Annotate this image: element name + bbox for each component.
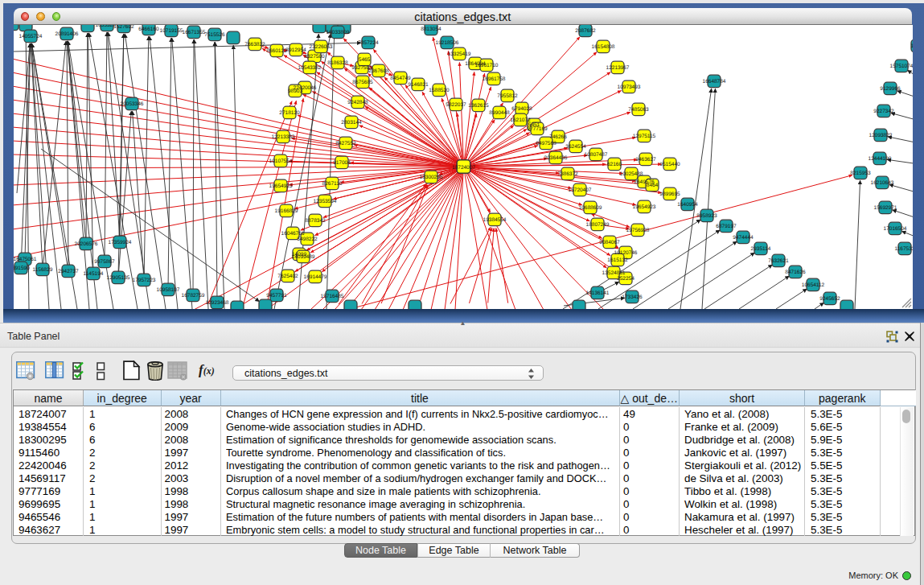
svg-text:19756928: 19756928 <box>626 228 649 233</box>
svg-text:13325419: 13325419 <box>447 51 470 57</box>
svg-text:9245652: 9245652 <box>819 296 840 302</box>
svg-text:17016504: 17016504 <box>883 226 906 232</box>
svg-text:8958923: 8958923 <box>696 213 717 219</box>
svg-text:5822037: 5822037 <box>446 102 466 108</box>
svg-text:8675685: 8675685 <box>352 80 373 85</box>
svg-text:19384554: 19384554 <box>483 217 506 223</box>
svg-text:2367608: 2367608 <box>368 68 389 74</box>
svg-text:9129966: 9129966 <box>880 86 901 92</box>
svg-text:1362615: 1362615 <box>468 103 489 109</box>
svg-text:17957223: 17957223 <box>132 278 155 283</box>
svg-text:8427552: 8427552 <box>335 141 356 146</box>
svg-text:1588520: 1588520 <box>429 88 450 93</box>
svg-text:9975867: 9975867 <box>94 259 115 265</box>
svg-text:2087682: 2087682 <box>575 28 596 34</box>
svg-text:7625402: 7625402 <box>277 274 298 279</box>
svg-text:10107554: 10107554 <box>269 159 292 164</box>
svg-text:16154808: 16154808 <box>591 44 614 50</box>
svg-text:98903: 98903 <box>287 89 302 94</box>
svg-text:18807249: 18807249 <box>585 222 609 228</box>
svg-text:9515440: 9515440 <box>659 162 680 167</box>
svg-text:6794028: 6794028 <box>511 106 532 112</box>
svg-text:6497568: 6497568 <box>536 141 556 146</box>
svg-text:12213967: 12213967 <box>606 65 629 71</box>
svg-text:1167533: 1167533 <box>894 246 912 252</box>
svg-text:16033809: 16033809 <box>326 30 349 35</box>
svg-text:12923468: 12923468 <box>205 300 228 306</box>
svg-text:8464: 8464 <box>646 183 658 188</box>
svg-text:13524861: 13524861 <box>602 270 625 276</box>
svg-text:12975115: 12975115 <box>632 134 655 139</box>
svg-text:16914479: 16914479 <box>303 274 326 280</box>
svg-text:18300295: 18300295 <box>419 175 442 180</box>
svg-text:10719155: 10719155 <box>159 28 183 34</box>
svg-text:6879197: 6879197 <box>716 224 737 229</box>
svg-text:7515526: 7515526 <box>204 32 225 38</box>
svg-text:9242848: 9242848 <box>347 100 368 105</box>
svg-text:16648784: 16648784 <box>702 79 725 84</box>
svg-text:19654923: 19654923 <box>632 204 655 210</box>
svg-text:18724007: 18724007 <box>452 165 475 171</box>
svg-text:17359924: 17359924 <box>108 240 131 245</box>
svg-text:12213382: 12213382 <box>271 134 294 140</box>
svg-text:9463627: 9463627 <box>635 157 656 163</box>
svg-text:16046766: 16046766 <box>281 231 304 237</box>
svg-text:2942737: 2942737 <box>58 269 79 274</box>
svg-text:9227342: 9227342 <box>873 109 894 114</box>
svg-text:8878342: 8878342 <box>305 218 326 224</box>
svg-text:10807487: 10807487 <box>584 152 607 158</box>
svg-text:1733426: 1733426 <box>622 295 643 300</box>
svg-text:2718120: 2718120 <box>279 110 300 116</box>
svg-text:8660123: 8660123 <box>266 48 287 54</box>
svg-text:7485063: 7485063 <box>628 107 649 113</box>
svg-text:15751074: 15751074 <box>889 64 912 69</box>
svg-text:917004: 917004 <box>333 160 351 166</box>
svg-text:5498222: 5498222 <box>297 237 318 242</box>
svg-text:20053346: 20053346 <box>120 101 143 107</box>
svg-text:20206576: 20206576 <box>74 241 97 247</box>
svg-text:9084067: 9084067 <box>599 240 620 245</box>
svg-text:10688609: 10688609 <box>578 205 602 211</box>
svg-text:16782759: 16782759 <box>181 293 204 299</box>
svg-text:16210643: 16210643 <box>870 180 893 186</box>
svg-text:12353594: 12353594 <box>313 199 336 204</box>
svg-text:7632621: 7632621 <box>768 258 789 264</box>
svg-text:20364436: 20364436 <box>544 155 567 161</box>
svg-text:6466160: 6466160 <box>138 27 159 32</box>
svg-text:2935114: 2935114 <box>750 246 770 252</box>
svg-text:8912954: 8912954 <box>285 47 306 53</box>
svg-text:15716485: 15716485 <box>320 294 343 299</box>
svg-text:10973493: 10973493 <box>617 84 640 90</box>
svg-text:20891406: 20891406 <box>55 31 78 37</box>
svg-text:9146821: 9146821 <box>408 82 429 88</box>
svg-text:9899695: 9899695 <box>659 192 680 197</box>
svg-text:8215953: 8215953 <box>850 171 871 176</box>
svg-text:8454749: 8454749 <box>390 76 411 81</box>
svg-text:1640954: 1640954 <box>677 202 698 208</box>
svg-text:391590: 391590 <box>14 266 30 271</box>
svg-text:19166829: 19166829 <box>274 208 298 214</box>
svg-text:11123: 11123 <box>910 43 913 49</box>
svg-text:7663822: 7663822 <box>244 42 265 47</box>
svg-text:12444190: 12444190 <box>868 156 891 162</box>
svg-text:7857224: 7857224 <box>358 40 379 46</box>
svg-text:7955812: 7955812 <box>497 93 518 99</box>
svg-text:15720407: 15720407 <box>568 187 591 193</box>
svg-text:1156829: 1156829 <box>32 267 52 273</box>
svg-text:746266: 746266 <box>549 134 567 140</box>
svg-text:9327500: 9327500 <box>304 54 325 60</box>
svg-text:1615132: 1615132 <box>607 257 628 263</box>
svg-text:8990448: 8990448 <box>489 110 510 116</box>
svg-text:8267110: 8267110 <box>322 181 342 187</box>
svg-text:12905135: 12905135 <box>106 275 129 281</box>
svg-text:15692971: 15692971 <box>873 205 897 211</box>
svg-text:7386372: 7386372 <box>557 171 578 177</box>
svg-text:8813054: 8813054 <box>421 27 441 32</box>
svg-text:3624554: 3624554 <box>565 144 586 150</box>
svg-text:19218506: 19218506 <box>435 40 458 46</box>
svg-text:12093822: 12093822 <box>869 133 892 138</box>
svg-text:16475061: 16475061 <box>14 257 37 262</box>
svg-text:1145194: 1145194 <box>83 271 103 277</box>
svg-text:10543382: 10543382 <box>298 65 321 71</box>
svg-text:8186328: 8186328 <box>327 60 348 66</box>
